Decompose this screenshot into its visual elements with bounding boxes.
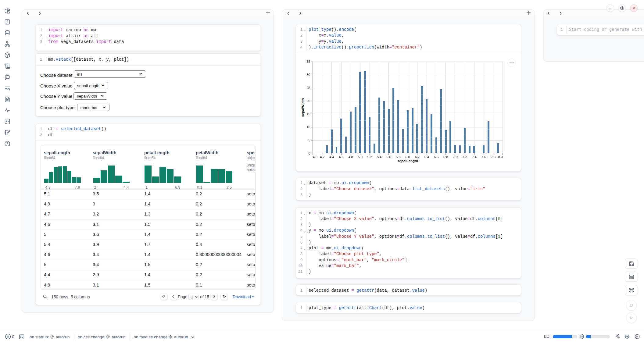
svg-text:sepalWidth: sepalWidth (301, 98, 305, 117)
svg-text:6.4: 6.4 (424, 155, 429, 159)
svg-text:4.0: 4.0 (313, 155, 317, 159)
svg-text:5.2: 5.2 (367, 155, 372, 159)
svg-text:7.8: 7.8 (491, 155, 496, 159)
svg-text:8.0: 8.0 (498, 155, 503, 159)
svg-text:5.0: 5.0 (358, 155, 363, 159)
svg-text:5: 5 (308, 138, 310, 142)
svg-text:7.0: 7.0 (453, 155, 457, 159)
svg-text:5.6: 5.6 (386, 155, 391, 159)
svg-text:6.2: 6.2 (415, 155, 420, 159)
svg-text:10: 10 (306, 125, 310, 129)
svg-text:0: 0 (308, 151, 310, 155)
svg-text:6.0: 6.0 (405, 155, 410, 159)
svg-text:4.2: 4.2 (320, 155, 324, 159)
svg-text:35: 35 (306, 60, 310, 63)
svg-text:15: 15 (306, 112, 310, 116)
svg-text:5.4: 5.4 (377, 155, 381, 159)
svg-text:7.2: 7.2 (462, 155, 467, 159)
svg-text:6.6: 6.6 (434, 155, 438, 159)
svg-text:25: 25 (306, 86, 310, 90)
svg-text:7.4: 7.4 (472, 155, 477, 159)
svg-text:4.4: 4.4 (329, 155, 334, 159)
svg-text:sepalLength: sepalLength (397, 159, 418, 163)
svg-text:6.8: 6.8 (443, 155, 448, 159)
svg-text:4.6: 4.6 (339, 155, 343, 159)
svg-text:30: 30 (306, 73, 310, 77)
svg-text:4.8: 4.8 (348, 155, 353, 159)
svg-text:20: 20 (306, 99, 310, 103)
svg-text:5.8: 5.8 (396, 155, 400, 159)
svg-text:7.6: 7.6 (481, 155, 486, 159)
